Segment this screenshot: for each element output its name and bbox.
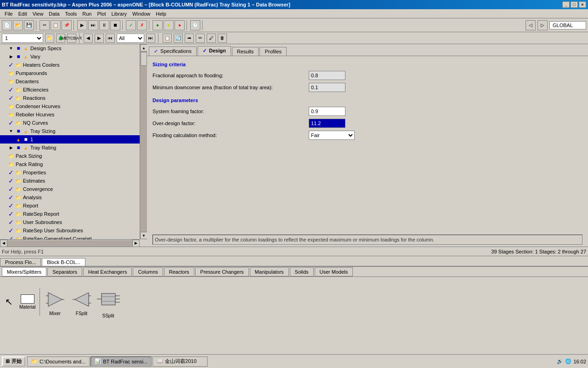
comp-tab-user[interactable]: User Models bbox=[315, 267, 353, 276]
maximize-button[interactable]: □ bbox=[571, 1, 578, 8]
tab-specifications[interactable]: ✓ Specifications bbox=[149, 46, 197, 56]
menu-tools[interactable]: Tools bbox=[62, 10, 80, 17]
menu-plot[interactable]: Plot bbox=[94, 10, 108, 17]
refresh-btn[interactable]: 🔄 bbox=[174, 34, 183, 43]
hscroll-right-btn[interactable]: ▶ bbox=[132, 240, 140, 247]
flooding-input[interactable] bbox=[309, 71, 345, 80]
folder-btn[interactable]: 📁 bbox=[45, 34, 54, 43]
tree-item-vary[interactable]: ▶ ■ ▲ Vary bbox=[0, 52, 140, 61]
tree-item-report[interactable]: ✓ 📁 Report bbox=[0, 201, 140, 210]
scroll-up-btn[interactable]: ▲ bbox=[140, 44, 147, 52]
new-btn[interactable]: 📄 bbox=[2, 20, 12, 30]
taskbar-item-jinshan[interactable]: 📖 金山词霸2010 bbox=[153, 356, 208, 367]
menu-view[interactable]: View bbox=[30, 10, 46, 17]
tree-item-usersub[interactable]: ✓ 📁 User Subroutines bbox=[0, 218, 140, 226]
tree-item-packrating[interactable]: 📁 Pack Rating bbox=[0, 160, 140, 168]
menu-run[interactable]: Run bbox=[79, 10, 94, 17]
menu-file[interactable]: File bbox=[2, 10, 16, 17]
tree-item-properties[interactable]: ✓ 📁 Properties bbox=[0, 168, 140, 177]
run-btn[interactable]: ▶ bbox=[77, 20, 87, 30]
start-button[interactable]: ⊞ 开始 bbox=[2, 356, 25, 367]
copy2-btn[interactable]: 📋 bbox=[163, 34, 172, 43]
comp-tab-columns[interactable]: Columns bbox=[133, 267, 163, 276]
tree-item-convergence[interactable]: ✓ 📁 Convergence bbox=[0, 185, 140, 193]
clock-btn[interactable]: 🕐 bbox=[190, 20, 200, 30]
flooding-method-select[interactable]: Fair Koch Other bbox=[309, 131, 355, 140]
paste-btn[interactable]: 📌 bbox=[62, 20, 72, 30]
delete-btn[interactable]: 🗑 bbox=[218, 34, 227, 43]
yellow-circle[interactable]: ● bbox=[164, 20, 174, 30]
forward-btn[interactable]: ▶ bbox=[95, 34, 104, 43]
comp-tab-reactors[interactable]: Reactors bbox=[164, 267, 194, 276]
menu-library[interactable]: Library bbox=[108, 10, 130, 17]
tree-item-heaters[interactable]: ✓ 📁 Heaters Coolers bbox=[0, 61, 140, 69]
menu-window[interactable]: Window bbox=[130, 10, 153, 17]
first-btn[interactable]: ⏮ bbox=[106, 34, 115, 43]
menu-data[interactable]: Data bbox=[46, 10, 62, 17]
stop-btn[interactable]: ⏹ bbox=[110, 20, 120, 30]
minimize-button[interactable]: _ bbox=[562, 1, 570, 8]
panel-tab-block[interactable]: Block B-COL... bbox=[42, 258, 85, 266]
save-btn[interactable]: 💾 bbox=[24, 20, 34, 30]
tree-item-ratesep-report[interactable]: ✓ 📁 RateSep Report bbox=[0, 210, 140, 218]
tab-results[interactable]: Results bbox=[232, 47, 259, 56]
pencil-btn[interactable]: 🖊 bbox=[207, 34, 216, 43]
comp-tab-manipulators[interactable]: Manipulators bbox=[250, 267, 289, 276]
tree-item-packsizing[interactable]: 📁 Pack Sizing bbox=[0, 152, 140, 160]
tree-item-ratesep-gen[interactable]: ✓ 📁 RateSep Generalized Correlati bbox=[0, 235, 140, 239]
hscroll-track[interactable] bbox=[7, 240, 132, 247]
fsplit-btn[interactable]: FSplit bbox=[70, 288, 93, 316]
menu-edit[interactable]: Edit bbox=[16, 10, 30, 17]
downcomer-input[interactable] bbox=[309, 83, 345, 92]
tree-item-estimates[interactable]: ✓ 📁 Estimates bbox=[0, 177, 140, 185]
taskbar-item-docs[interactable]: 📁 C:\Documents and... bbox=[27, 356, 90, 367]
tree-item-1[interactable]: ▲ ■ 1 bbox=[0, 135, 140, 144]
error-btn[interactable]: ✗ bbox=[137, 20, 147, 30]
tree-item-nq[interactable]: ✓ 📁 NQ Curves bbox=[0, 119, 140, 127]
comp-tab-mixers[interactable]: Mixers/Splitters bbox=[2, 267, 46, 276]
tree-item-trayrating[interactable]: ▶ ■ ▲ Tray Rating bbox=[0, 144, 140, 152]
tree-item-decanters[interactable]: 📁 Decanters bbox=[0, 77, 140, 86]
tree-item-analysis[interactable]: ✓ 📁 Analysis bbox=[0, 193, 140, 201]
horizontal-scrollbar[interactable]: ◀ ▶ bbox=[0, 239, 140, 247]
taskbar-item-aspen[interactable]: 📊 BT RadFrac sensi... bbox=[90, 356, 152, 367]
panel-tab-process[interactable]: Process Flo... bbox=[0, 258, 41, 266]
tree-item-ratesep-user[interactable]: ✓ 📁 RateSep User Subroutines bbox=[0, 226, 140, 235]
menu-help[interactable]: Help bbox=[153, 10, 169, 17]
copy-btn[interactable]: 📋 bbox=[51, 20, 61, 30]
scroll-track[interactable] bbox=[140, 52, 147, 232]
tree-item-traysizing[interactable]: ▼ ■ ▲ Tray Sizing bbox=[0, 127, 140, 135]
check-btn[interactable]: ✓ bbox=[126, 20, 136, 30]
edit2-btn[interactable]: ✏ bbox=[196, 34, 205, 43]
green-circle[interactable]: ● bbox=[153, 20, 163, 30]
ssplit-btn[interactable]: SSplit bbox=[97, 286, 120, 318]
last-btn[interactable]: ⏭ bbox=[146, 34, 155, 43]
tree-item-design-specs[interactable]: ▼ ■ ▲ Design Specs bbox=[0, 44, 140, 52]
foaming-input[interactable] bbox=[309, 107, 345, 116]
comp-tab-pressure[interactable]: Pressure Changers bbox=[195, 267, 249, 276]
hscroll-left-btn[interactable]: ◀ bbox=[0, 240, 7, 247]
all-dropdown[interactable]: All bbox=[117, 34, 144, 43]
scroll-down-btn[interactable]: ▼ bbox=[140, 232, 147, 239]
metcbar-btn[interactable]: METCBAR bbox=[67, 34, 76, 43]
red-circle[interactable]: ● bbox=[175, 20, 185, 30]
tree-item-reactions[interactable]: ✓ 📁 Reactions bbox=[0, 94, 140, 102]
overdesign-input[interactable] bbox=[309, 119, 345, 128]
back-btn[interactable]: ◀ bbox=[84, 34, 93, 43]
nav-btn1[interactable]: ◁ bbox=[526, 20, 536, 30]
tab-profiles[interactable]: Profiles bbox=[260, 47, 287, 56]
mixer-btn[interactable]: Mixer bbox=[44, 288, 67, 316]
tree-item-pumparounds[interactable]: 📁 Pumparounds bbox=[0, 69, 140, 77]
record-dropdown[interactable]: 1 bbox=[2, 34, 43, 43]
cursor-tool[interactable]: ↖ bbox=[2, 296, 16, 307]
scroll-thumb[interactable] bbox=[141, 52, 147, 66]
nav-btn2[interactable]: ▷ bbox=[537, 20, 548, 30]
comp-tab-separators[interactable]: Separators bbox=[47, 267, 82, 276]
cut-btn[interactable]: ✂ bbox=[40, 20, 50, 30]
comp-tab-solids[interactable]: Solids bbox=[290, 267, 314, 276]
tree-item-efficiencies[interactable]: ✓ 📁 Efficiencies bbox=[0, 86, 140, 94]
step-btn[interactable]: ⏭ bbox=[88, 20, 98, 30]
close-button[interactable]: × bbox=[579, 1, 586, 8]
next-nav-btn[interactable]: ➡ bbox=[185, 34, 194, 43]
comp-tab-heat[interactable]: Heat Exchangers bbox=[83, 267, 132, 276]
